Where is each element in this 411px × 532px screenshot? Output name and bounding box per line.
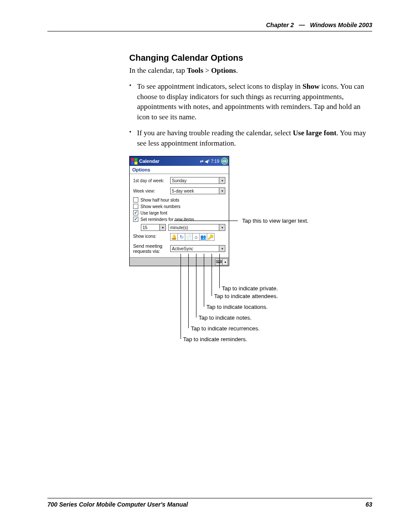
keyboard-icon[interactable]: ⌨ — [215, 258, 223, 265]
clock-text: 7:19 — [211, 159, 219, 164]
intro-paragraph: In the calendar, tap Tools > Options. — [129, 65, 372, 75]
recurrence-icon[interactable]: ↻ — [177, 233, 185, 241]
show-icons-group: 🔔 ↻ 📄 ⌂ 👥 🔑 — [170, 233, 215, 241]
header-sep: — — [299, 22, 305, 28]
callout-notes: Tap to indicate notes. — [199, 314, 252, 321]
send-via-dropdown[interactable]: ActiveSync ▾ — [170, 245, 225, 252]
week-view-label: Week view: — [133, 189, 170, 193]
lead-line — [219, 254, 220, 288]
lead-line — [188, 254, 189, 328]
checkbox-half-hour[interactable]: Show half hour slots — [133, 197, 225, 202]
screenshot-figure: Calendar ⇄ ◀ᴱ 7:19 ok Options 1st day of… — [129, 156, 371, 354]
connectivity-icon: ⇄ — [200, 159, 203, 164]
page-footer: 700 Series Color Mobile Computer User's … — [47, 498, 372, 508]
reminder-number-dropdown[interactable]: 15 ▾ — [141, 224, 166, 231]
callout-attendees: Tap to indicate attendees. — [214, 293, 278, 299]
checkbox-large-font[interactable]: Use large font — [133, 210, 225, 215]
title-bar: Calendar ⇄ ◀ᴱ 7:19 ok — [130, 156, 229, 166]
app-title: Calendar — [139, 159, 159, 164]
chevron-down-icon: ▾ — [219, 177, 225, 184]
lead-line — [204, 254, 204, 307]
callout-reminders: Tap to indicate reminders. — [183, 336, 247, 342]
options-header: Options — [130, 166, 229, 174]
show-icons-label: Show icons: — [133, 233, 170, 239]
start-flag-icon[interactable] — [131, 158, 137, 165]
checkbox-icon — [133, 197, 138, 202]
checkbox-week-numbers[interactable]: Show week numbers — [133, 204, 225, 209]
checkbox-checked-icon — [133, 210, 138, 215]
reminder-unit-dropdown[interactable]: minute(s) ▾ — [168, 224, 225, 231]
device-screen: Calendar ⇄ ◀ᴱ 7:19 ok Options 1st day of… — [129, 156, 229, 266]
checkbox-icon — [133, 204, 138, 209]
note-icon[interactable]: 📄 — [185, 233, 193, 241]
page-header: Chapter 2 — Windows Mobile 2003 — [47, 22, 372, 28]
sip-bar: ⌨ ▴ — [130, 257, 229, 266]
speaker-icon: ◀ᴱ — [205, 159, 210, 164]
chevron-down-icon: ▾ — [159, 224, 165, 230]
footer-title: 700 Series Color Mobile Computer User's … — [47, 501, 188, 508]
checkbox-checked-icon — [133, 217, 138, 222]
location-icon[interactable]: ⌂ — [192, 233, 200, 241]
callout-recurrences: Tap to indicate recurrences. — [191, 325, 260, 332]
checkbox-set-reminders[interactable]: Set reminders for new items — [133, 217, 225, 222]
attendees-icon[interactable]: 👥 — [199, 233, 207, 241]
first-day-label: 1st day of week: — [133, 178, 170, 183]
chevron-down-icon: ▾ — [219, 246, 225, 252]
header-rule — [47, 31, 372, 31]
lead-line — [212, 254, 212, 296]
reminder-icon[interactable]: 🔔 — [170, 233, 178, 241]
sip-menu-arrow-icon[interactable]: ▴ — [223, 258, 228, 265]
callout-locations: Tap to indicate locations. — [206, 304, 268, 310]
page-number: 63 — [365, 501, 372, 508]
first-day-dropdown[interactable]: Sunday ▾ — [170, 177, 225, 184]
chapter-label: Chapter 2 — [266, 22, 294, 28]
private-icon[interactable]: 🔑 — [207, 233, 215, 241]
bullet-2: If you are having trouble reading the ca… — [129, 128, 372, 148]
week-view-dropdown[interactable]: 5-day week ▾ — [170, 187, 225, 194]
lead-line — [181, 254, 181, 339]
chevron-down-icon: ▾ — [219, 188, 225, 194]
callout-large-font: Tap this to view larger text. — [242, 218, 308, 224]
lead-line — [174, 221, 238, 221]
lead-line — [196, 254, 196, 317]
chevron-down-icon: ▾ — [219, 224, 225, 230]
ok-button[interactable]: ok — [221, 158, 228, 165]
status-icons: ⇄ ◀ᴱ 7:19 — [200, 159, 219, 164]
bullet-1: To see appointment indicators, select ic… — [129, 81, 372, 122]
send-meeting-label: Send meeting requests via: — [133, 243, 170, 254]
callout-private: Tap to indicate private. — [222, 285, 278, 292]
section-heading: Changing Calendar Options — [129, 53, 372, 63]
header-title: Windows Mobile 2003 — [310, 22, 372, 28]
